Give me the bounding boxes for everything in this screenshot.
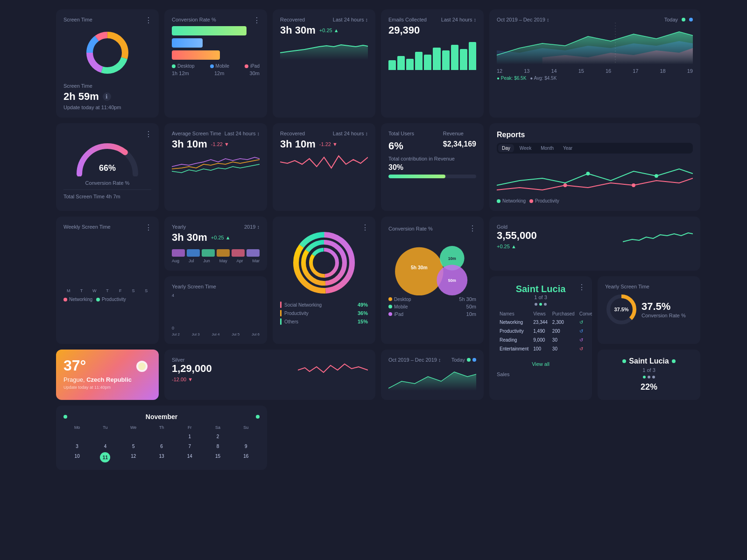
screen-time-update: Update today at 11:40pm	[63, 105, 151, 110]
reports-dot-networking	[497, 199, 500, 203]
card-menu-icon[interactable]: ⋮	[145, 16, 152, 25]
svg-text:50m: 50m	[448, 278, 456, 283]
cal-6[interactable]: 6	[148, 442, 175, 450]
cal-4[interactable]: 4	[92, 442, 119, 450]
calendar-card: November Mo Tu We Th Fr Sa Su 1 2	[56, 406, 267, 470]
top-right-header: Oct 2019 – Dec 2019 ↕ Today	[497, 17, 693, 22]
x-jul6: Jul 6	[252, 332, 260, 336]
page-dot-1[interactable]	[535, 303, 537, 306]
sl2-page-dot-2[interactable]	[648, 376, 650, 378]
day-t2: T	[102, 284, 113, 293]
sales-menu[interactable]: ⋮	[578, 283, 585, 292]
peak-stat: ● Peak: $6.5K	[497, 76, 526, 81]
x-18: 18	[660, 68, 666, 74]
silver-label: Silver	[172, 357, 212, 363]
dn-mo: Mo	[63, 424, 91, 431]
cal-1[interactable]: 1	[176, 433, 203, 441]
cal-8[interactable]: 8	[204, 442, 231, 450]
month-label-may: May	[219, 259, 227, 263]
bubble-legend-ipad: iPad 10m	[388, 311, 476, 317]
svg-point-11	[564, 183, 567, 187]
contribution-value: 30%	[388, 163, 476, 172]
cal-11-today[interactable]: 11	[100, 452, 110, 462]
yearly-screen-time-card: Yearly Screen Time 4 0	[164, 276, 267, 344]
val-desktop: 1h 12m	[172, 70, 189, 76]
weekly-legend-networking: Networking	[63, 297, 92, 302]
cal-7[interactable]: 7	[176, 442, 203, 450]
info-icon[interactable]: ℹ	[103, 92, 111, 101]
email-bar-6	[433, 48, 440, 70]
recovered1-value: 3h 30m	[280, 24, 316, 36]
cal-16[interactable]: 16	[233, 452, 260, 462]
weekly-legend-productivity: Productivity	[96, 297, 126, 302]
cal-9[interactable]: 9	[233, 442, 260, 450]
month-jul	[187, 249, 200, 257]
cal-13[interactable]: 13	[148, 452, 175, 462]
label-social: Social Networking	[284, 302, 322, 308]
reports-dot-productivity	[529, 199, 533, 203]
tab-week[interactable]: Week	[516, 144, 535, 152]
recovered1-title: Recovered	[280, 17, 305, 22]
cal-10[interactable]: 10	[63, 452, 91, 462]
row4-views: 100	[531, 345, 550, 353]
yearly-st-bars	[176, 293, 260, 330]
row2-views: 1,490	[531, 327, 550, 335]
sl2-page-dot-3[interactable]	[652, 376, 655, 378]
weekly-menu[interactable]: ⋮	[145, 223, 152, 232]
tab-year[interactable]: Year	[559, 144, 576, 152]
bubble-menu[interactable]: ⋮	[469, 224, 476, 233]
row1-conv: ↺	[578, 318, 592, 326]
bc-dot2	[472, 358, 476, 362]
weekly-legend: Networking Productivity	[63, 297, 151, 302]
weather-country: Czech Republic	[86, 376, 132, 383]
bar-row-mobile	[172, 38, 260, 48]
circular-menu[interactable]: ⋮	[361, 223, 369, 232]
page-dot-3[interactable]	[544, 303, 547, 306]
silver-value: 1,29,000	[172, 363, 212, 375]
saint-lucia-subtitle: 1 of 3	[497, 294, 585, 300]
sl2-dot-right	[672, 359, 676, 363]
reports-legend: Networking Productivity	[497, 198, 693, 203]
bubble-title: Conversion Rate %	[388, 226, 433, 231]
cal-14[interactable]: 14	[176, 452, 203, 462]
x-16: 16	[606, 68, 611, 74]
svg-text:66%: 66%	[99, 163, 116, 173]
cal-5[interactable]: 5	[120, 442, 147, 450]
tab-day[interactable]: Day	[498, 144, 514, 152]
label-desktop: Desktop	[177, 63, 195, 69]
page-dot-2[interactable]	[539, 303, 542, 306]
recovered1-header: Recovered Last 24 hours ↕	[280, 17, 368, 22]
row4-name: Entertainment	[498, 345, 530, 353]
bar-social	[280, 301, 282, 308]
x-17: 17	[633, 68, 638, 74]
reports-legend-productivity: Productivity	[529, 198, 559, 203]
svg-text:10m: 10m	[448, 256, 456, 261]
card-menu-icon2[interactable]: ⋮	[253, 16, 261, 25]
bar-row-desktop	[172, 26, 260, 35]
tab-month[interactable]: Month	[537, 144, 557, 152]
sl2-page-dot-1[interactable]	[643, 376, 646, 378]
day-m: M	[63, 284, 74, 293]
cal-15[interactable]: 15	[204, 452, 231, 462]
cal-3[interactable]: 3	[63, 442, 91, 450]
sales-title: Sales	[497, 371, 585, 377]
sl2-header-row: Saint Lucia	[605, 357, 693, 365]
yearly-value: 3h 30m	[172, 231, 207, 244]
view-all-link[interactable]: View all	[532, 361, 550, 367]
gold-change: +0.25 ▲	[497, 244, 516, 249]
silver-sparkline	[298, 358, 368, 382]
cal-12[interactable]: 12	[120, 452, 147, 462]
cal-empty-1	[63, 433, 91, 441]
cal-2[interactable]: 2	[204, 433, 231, 441]
yearly-year: 2019 ↕	[244, 224, 260, 230]
sl2-pct: 22%	[605, 382, 693, 392]
x-jul5: Jul 5	[232, 332, 240, 336]
day-label-t1: T	[80, 288, 83, 293]
reports-tabs[interactable]: Day Week Month Year	[497, 143, 693, 154]
month-label-jun: Jun	[203, 259, 210, 263]
reports-card: Reports Day Week Month Year Networking P…	[489, 123, 700, 211]
row4-purchased: 30	[550, 345, 577, 353]
gauge-menu-icon[interactable]: ⋮	[145, 130, 152, 139]
bc-dot1	[467, 358, 471, 362]
yst-2	[193, 329, 209, 330]
